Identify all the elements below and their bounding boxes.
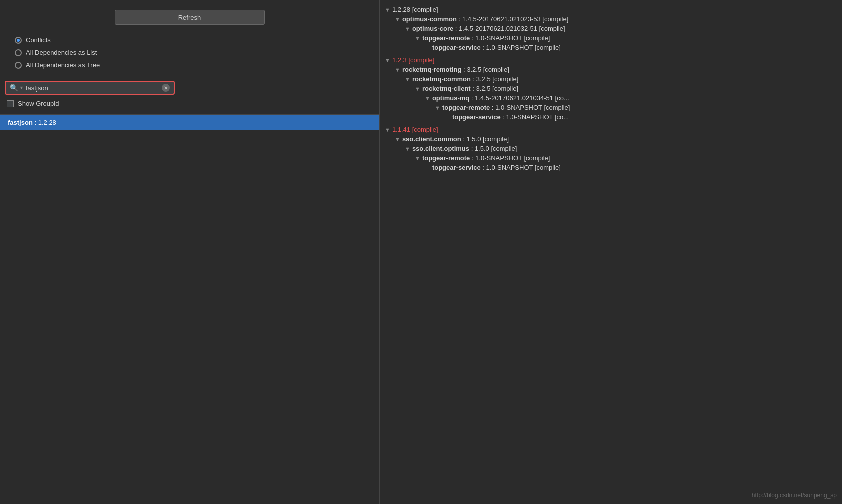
node-text-sso-client-optimus: sso.client.optimus : 1.5.0 [compile] (412, 145, 837, 152)
tree-node-rocketmq-remoting: ▼ rocketmq-remoting : 3.2.5 [compile] (385, 65, 837, 74)
toggle-icon-topgear-remote-3[interactable]: ▼ (415, 156, 420, 162)
dep-separator: : (34, 119, 38, 126)
node-name-rocketmq-client: rocketmq-client (422, 85, 471, 92)
radio-conflicts[interactable]: Conflicts (15, 36, 364, 44)
toggle-icon-2[interactable]: ▼ (385, 58, 390, 64)
watermark: http://blog.csdn.net/sunpeng_sp (752, 492, 837, 499)
radio-group: Conflicts All Dependencies as List All D… (0, 32, 380, 78)
tree-node-version-1: ▼ 1.2.28 [compile] (385, 5, 837, 14)
node-text-optimus-mq: optimus-mq : 1.4.5-20170621.021034-51 [c… (432, 94, 837, 102)
toggle-icon-topgear-service-2: ▼ (445, 114, 450, 120)
toggle-icon-rocketmq-client[interactable]: ▼ (415, 86, 420, 92)
radio-all-deps-list[interactable]: All Dependencies as List (15, 49, 364, 56)
node-text-conflict-2: 1.2.3 [compile] (392, 56, 837, 64)
node-name-optimus-common: optimus-common (402, 16, 457, 23)
node-name-sso-client-common: sso.client.common (402, 136, 462, 143)
toggle-icon-3[interactable]: ▼ (385, 127, 390, 133)
node-text-optimus-core: optimus-core : 1.4.5-20170621.021032-51 … (412, 25, 837, 32)
radio-conflicts-circle (15, 37, 22, 44)
dep-list-item-fastjson[interactable]: fastjson : 1.2.28 (0, 115, 380, 130)
tree-node-sso-client-common: ▼ sso.client.common : 1.5.0 [compile] (385, 134, 837, 144)
node-text-optimus-common: optimus-common : 1.4.5-20170621.021023-5… (402, 16, 837, 23)
dep-version: 1.2.28 (38, 119, 56, 126)
radio-all-deps-tree[interactable]: All Dependencies as Tree (15, 62, 364, 69)
tree-node-version-2: ▼ 1.2.3 [compile] (385, 56, 837, 65)
radio-conflicts-label: Conflicts (26, 36, 51, 44)
toggle-icon-topgear-remote-1[interactable]: ▼ (415, 36, 420, 42)
node-text-topgear-service-1: topgear-service : 1.0-SNAPSHOT [compile] (432, 44, 837, 52)
node-text-1: 1.2.28 [compile] (392, 6, 837, 14)
node-name-topgear-service-3: topgear-service (432, 164, 481, 172)
tree-node-topgear-remote-1: ▼ topgear-remote : 1.0-SNAPSHOT [compile… (385, 34, 837, 43)
search-icon-wrapper: 🔍 ▼ (10, 84, 24, 92)
left-panel: Refresh Conflicts All Dependencies as Li… (0, 0, 380, 504)
search-icon: 🔍 (10, 84, 18, 92)
tree-node-topgear-service-1: ▼ topgear-service : 1.0-SNAPSHOT [compil… (385, 43, 837, 52)
toggle-icon-topgear-service-3: ▼ (425, 165, 430, 171)
radio-all-deps-list-label: All Dependencies as List (26, 49, 97, 56)
node-text-topgear-service-3: topgear-service : 1.0-SNAPSHOT [compile] (432, 164, 837, 172)
tree-node-topgear-service-2: ▼ topgear-service : 1.0-SNAPSHOT [co... (385, 112, 837, 122)
toggle-icon-rocketmq-common[interactable]: ▼ (405, 76, 410, 82)
toggle-icon-topgear-service-1: ▼ (425, 45, 430, 51)
node-text-sso-client-common: sso.client.common : 1.5.0 [compile] (402, 136, 837, 143)
dep-name: fastjson (8, 119, 33, 126)
search-input[interactable] (26, 84, 162, 92)
tree-section-2: ▼ 1.2.3 [compile] ▼ rocketmq-remoting : … (385, 56, 837, 122)
toggle-icon-optimus-mq[interactable]: ▼ (425, 96, 430, 102)
toggle-icon-optimus-common[interactable]: ▼ (395, 16, 400, 22)
node-text-topgear-remote-2: topgear-remote : 1.0-SNAPSHOT [compile] (442, 104, 837, 112)
tree-section-3: ▼ 1.1.41 [compile] ▼ sso.client.common :… (385, 125, 837, 172)
toggle-icon-1[interactable]: ▼ (385, 7, 390, 13)
node-name-topgear-service-1: topgear-service (432, 44, 481, 52)
toggle-icon-rocketmq-remoting[interactable]: ▼ (395, 67, 400, 73)
tree-node-topgear-service-3: ▼ topgear-service : 1.0-SNAPSHOT [compil… (385, 163, 837, 172)
radio-all-deps-tree-circle (15, 62, 22, 69)
node-name-topgear-remote-3: topgear-remote (422, 154, 470, 162)
node-text-rocketmq-common: rocketmq-common : 3.2.5 [compile] (412, 76, 837, 83)
tree-node-optimus-common: ▼ optimus-common : 1.4.5-20170621.021023… (385, 14, 837, 24)
tree-node-optimus-core: ▼ optimus-core : 1.4.5-20170621.021032-5… (385, 24, 837, 34)
search-wrapper: 🔍 ▼ ✕ (5, 81, 175, 95)
tree-section-1: ▼ 1.2.28 [compile] ▼ optimus-common : 1.… (385, 5, 837, 52)
toggle-icon-sso-client-optimus[interactable]: ▼ (405, 146, 410, 152)
node-name-rocketmq-common: rocketmq-common (412, 76, 471, 83)
radio-all-deps-list-circle (15, 50, 22, 56)
tree-container[interactable]: ▼ 1.2.28 [compile] ▼ optimus-common : 1.… (380, 0, 842, 504)
node-text-topgear-remote-3: topgear-remote : 1.0-SNAPSHOT [compile] (422, 154, 837, 162)
toggle-icon-optimus-core[interactable]: ▼ (405, 26, 410, 32)
node-name-optimus-core: optimus-core (412, 25, 454, 32)
toggle-icon-sso-client-common[interactable]: ▼ (395, 136, 400, 142)
search-dropdown-arrow[interactable]: ▼ (20, 86, 24, 90)
search-area: 🔍 ▼ ✕ (0, 78, 380, 98)
tree-node-topgear-remote-2: ▼ topgear-remote : 1.0-SNAPSHOT [compile… (385, 103, 837, 112)
dependency-list: fastjson : 1.2.28 (0, 114, 380, 130)
tree-node-topgear-remote-3: ▼ topgear-remote : 1.0-SNAPSHOT [compile… (385, 154, 837, 163)
toggle-icon-topgear-remote-2[interactable]: ▼ (435, 105, 440, 111)
right-panel: ▼ 1.2.28 [compile] ▼ optimus-common : 1.… (380, 0, 842, 504)
node-name-optimus-mq: optimus-mq (432, 94, 470, 102)
node-name-rocketmq-remoting: rocketmq-remoting (402, 66, 462, 74)
refresh-button[interactable]: Refresh (115, 10, 265, 25)
node-name-topgear-remote-2: topgear-remote (442, 104, 490, 112)
tree-node-rocketmq-common: ▼ rocketmq-common : 3.2.5 [compile] (385, 74, 837, 84)
show-groupid-label: Show Groupid (18, 100, 59, 108)
tree-node-optimus-mq: ▼ optimus-mq : 1.4.5-20170621.021034-51 … (385, 94, 837, 103)
node-name-sso-client-optimus: sso.client.optimus (412, 145, 470, 152)
tree-node-rocketmq-client: ▼ rocketmq-client : 3.2.5 [compile] (385, 84, 837, 94)
search-clear-button[interactable]: ✕ (162, 84, 170, 92)
tree-node-version-3: ▼ 1.1.41 [compile] (385, 125, 837, 134)
node-name-topgear-remote-1: topgear-remote (422, 34, 470, 42)
node-text-rocketmq-remoting: rocketmq-remoting : 3.2.5 [compile] (402, 66, 837, 74)
node-text-conflict-3: 1.1.41 [compile] (392, 126, 837, 134)
node-name-topgear-service-2: topgear-service (452, 114, 501, 121)
tree-node-sso-client-optimus: ▼ sso.client.optimus : 1.5.0 [compile] (385, 144, 837, 154)
node-text-topgear-remote-1: topgear-remote : 1.0-SNAPSHOT [compile] (422, 34, 837, 42)
node-text-topgear-service-2: topgear-service : 1.0-SNAPSHOT [co... (452, 114, 837, 121)
show-groupid-checkbox[interactable] (7, 100, 14, 108)
node-text-rocketmq-client: rocketmq-client : 3.2.5 [compile] (422, 85, 837, 92)
radio-all-deps-tree-label: All Dependencies as Tree (26, 62, 100, 69)
